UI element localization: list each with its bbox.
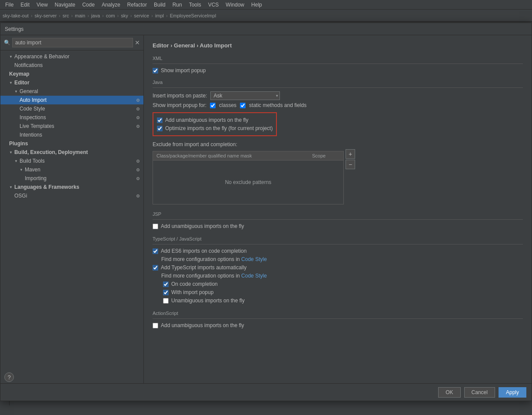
dialog-body: 🔍 ✕ ▼ Appearance & Behavior Notification… bbox=[0, 35, 532, 383]
nav-importing[interactable]: Importing ⚙ bbox=[0, 174, 143, 183]
settings-content: Editor › General › Auto Import XML Show … bbox=[144, 35, 532, 383]
find-more-text1: Find more configuration options in bbox=[161, 256, 241, 262]
menu-analyze[interactable]: Analyze bbox=[98, 1, 124, 9]
menu-file[interactable]: File bbox=[2, 1, 17, 9]
nav-general[interactable]: ▼ General bbox=[0, 87, 143, 96]
dialog-title: Settings bbox=[5, 26, 23, 32]
menu-tools[interactable]: Tools bbox=[186, 1, 205, 9]
code-style-link1[interactable]: Code Style bbox=[241, 256, 267, 262]
xml-section-label: XML bbox=[153, 56, 523, 61]
menu-edit[interactable]: Edit bbox=[17, 1, 33, 9]
nav-languages[interactable]: ▼ Languages & Frameworks bbox=[0, 183, 143, 191]
nav-tree: ▼ Appearance & Behavior Notifications Ke… bbox=[0, 50, 143, 383]
menu-run[interactable]: Run bbox=[169, 1, 186, 9]
ok-button[interactable]: OK bbox=[438, 387, 460, 398]
bc-src[interactable]: src bbox=[63, 13, 69, 18]
insert-imports-select[interactable]: Ask Always Never bbox=[210, 91, 280, 100]
breadcrumb-bar: sky-take-out › sky-server › src › main ›… bbox=[0, 10, 532, 22]
nav-intentions[interactable]: Intentions bbox=[0, 131, 143, 139]
search-input[interactable] bbox=[12, 38, 133, 47]
on-code-completion-checkbox[interactable] bbox=[163, 281, 169, 287]
nav-auto-import[interactable]: Auto Import ⚙ bbox=[0, 96, 143, 104]
show-import-popup-row: Show import popup bbox=[153, 67, 523, 74]
nav-plugins[interactable]: Plugins bbox=[0, 139, 143, 148]
nav-maven[interactable]: ▼ Maven ⚙ bbox=[0, 165, 143, 174]
bc-main[interactable]: main bbox=[75, 13, 85, 18]
nav-label: OSGi bbox=[14, 193, 27, 199]
nav-label: Languages & Frameworks bbox=[14, 184, 79, 190]
find-more-text2: Find more configuration options in bbox=[161, 273, 241, 279]
search-clear-icon[interactable]: ✕ bbox=[135, 39, 140, 46]
bc-server[interactable]: sky-server bbox=[35, 13, 57, 18]
actionscript-add-unambiguous-checkbox[interactable] bbox=[153, 323, 158, 328]
bc-sky[interactable]: sky bbox=[121, 13, 128, 18]
static-methods-checkbox[interactable] bbox=[240, 103, 246, 108]
add-es6-label: Add ES6 imports on code completion bbox=[161, 248, 246, 254]
with-import-popup-checkbox[interactable] bbox=[163, 290, 169, 295]
unambiguous-imports-checkbox[interactable] bbox=[163, 298, 169, 304]
menu-code[interactable]: Code bbox=[79, 1, 98, 9]
nav-build-exec[interactable]: ▼ Build, Execution, Deployment bbox=[0, 148, 143, 157]
bc-service[interactable]: service bbox=[134, 13, 149, 18]
col-scope-header: Scope bbox=[309, 151, 343, 160]
help-button[interactable]: ? bbox=[4, 372, 14, 382]
optimize-imports-checkbox[interactable] bbox=[157, 126, 163, 131]
add-typescript-checkbox[interactable] bbox=[153, 265, 158, 271]
dialog-title-bar: Settings bbox=[0, 23, 532, 35]
add-unambiguous-row: Add unambiguous imports on the fly bbox=[157, 117, 273, 123]
expand-icon: ▼ bbox=[9, 151, 13, 154]
menu-help[interactable]: Help bbox=[248, 1, 266, 9]
cancel-button[interactable]: Cancel bbox=[464, 387, 495, 398]
menu-navigate[interactable]: Navigate bbox=[51, 1, 79, 9]
add-typescript-row: Add TypeScript imports automatically bbox=[153, 264, 523, 271]
nav-label: Maven bbox=[25, 167, 40, 173]
actionscript-add-unambiguous-row: Add unambiguous imports on the fly bbox=[153, 322, 523, 328]
search-icon: 🔍 bbox=[4, 40, 10, 46]
nav-inspections[interactable]: Inspections ⚙ bbox=[0, 113, 143, 122]
apply-button[interactable]: Apply bbox=[499, 387, 526, 398]
nav-notifications[interactable]: Notifications bbox=[0, 61, 143, 70]
bc-com[interactable]: com bbox=[106, 13, 115, 18]
nav-label: Build, Execution, Deployment bbox=[14, 149, 88, 155]
breadcrumb: sky-take-out › sky-server › src › main ›… bbox=[3, 13, 216, 18]
bc-impl[interactable]: impl bbox=[155, 13, 164, 18]
jsp-add-unambiguous-checkbox[interactable] bbox=[153, 224, 158, 229]
nav-label: Live Templates bbox=[20, 123, 54, 129]
actionscript-section-label: ActionScript bbox=[153, 311, 523, 316]
add-es6-row: Add ES6 imports on code completion bbox=[153, 248, 523, 254]
menu-vcs[interactable]: VCS bbox=[205, 1, 223, 9]
code-style-link2[interactable]: Code Style bbox=[241, 273, 267, 279]
menu-build[interactable]: Build bbox=[150, 1, 169, 9]
menu-window[interactable]: Window bbox=[222, 1, 248, 9]
expand-icon: ▼ bbox=[14, 159, 18, 163]
bc-class[interactable]: EmployeeServiceImpl bbox=[170, 13, 216, 18]
show-popup-for-row: Show import popup for: classes static me… bbox=[153, 102, 523, 108]
jsp-add-unambiguous-row: Add unambiguous imports on the fly bbox=[153, 223, 523, 229]
nav-osgi[interactable]: OSGi ⚙ bbox=[0, 191, 143, 200]
remove-pattern-button[interactable]: − bbox=[346, 160, 355, 169]
menu-view[interactable]: View bbox=[33, 1, 51, 9]
find-more-config1-row: Find more configuration options in Code … bbox=[161, 256, 523, 262]
insert-imports-label: Insert imports on paste: bbox=[153, 93, 207, 99]
add-unambiguous-checkbox[interactable] bbox=[157, 117, 163, 123]
nav-live-templates[interactable]: Live Templates ⚙ bbox=[0, 122, 143, 131]
menu-refactor[interactable]: Refactor bbox=[124, 1, 150, 9]
classes-checkbox[interactable] bbox=[210, 103, 216, 108]
typescript-section-label: TypeScript / JavaScript bbox=[153, 236, 523, 241]
nav-label: General bbox=[20, 88, 38, 94]
nav-editor[interactable]: ▼ Editor bbox=[0, 78, 143, 87]
nav-appearance-behavior[interactable]: ▼ Appearance & Behavior bbox=[0, 52, 143, 61]
nav-label: Keymap bbox=[9, 71, 30, 77]
insert-imports-row: Insert imports on paste: Ask Always Neve… bbox=[153, 91, 523, 100]
nav-keymap[interactable]: Keymap bbox=[0, 70, 143, 78]
bc-project[interactable]: sky-take-out bbox=[3, 13, 29, 18]
nav-code-style[interactable]: Code Style ⚙ bbox=[0, 104, 143, 113]
show-import-popup-checkbox[interactable] bbox=[153, 68, 158, 74]
add-pattern-button[interactable]: + bbox=[346, 149, 355, 159]
no-patterns-label: No exclude patterns bbox=[225, 179, 272, 185]
nav-label: Inspections bbox=[20, 114, 46, 120]
bc-java[interactable]: java bbox=[91, 13, 100, 18]
add-es6-checkbox[interactable] bbox=[153, 248, 158, 254]
dialog-footer: ? OK Cancel Apply bbox=[0, 383, 532, 401]
nav-build-tools[interactable]: ▼ Build Tools ⚙ bbox=[0, 157, 143, 165]
